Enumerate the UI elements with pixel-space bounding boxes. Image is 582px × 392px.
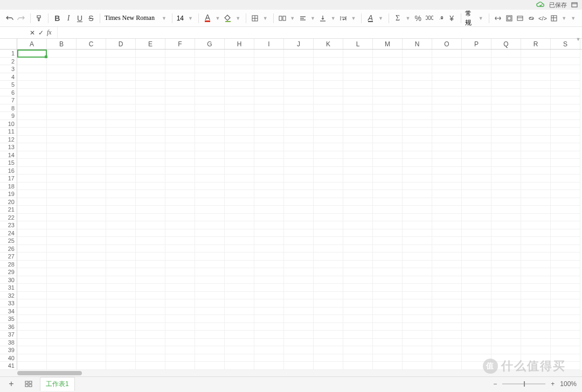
- cell[interactable]: [195, 307, 225, 316]
- cell[interactable]: [254, 65, 284, 73]
- cell[interactable]: [47, 292, 77, 300]
- cell[interactable]: [47, 136, 77, 144]
- cell[interactable]: [165, 167, 195, 175]
- redo-button[interactable]: [17, 12, 26, 24]
- cell[interactable]: [254, 104, 284, 113]
- cell[interactable]: [165, 323, 195, 331]
- cell[interactable]: [106, 229, 136, 237]
- cell[interactable]: [551, 339, 580, 347]
- cell[interactable]: [77, 307, 106, 316]
- cell[interactable]: [462, 245, 491, 253]
- cell[interactable]: [106, 221, 136, 229]
- cell[interactable]: [47, 307, 77, 316]
- chevron-down-icon[interactable]: ▼: [262, 16, 269, 21]
- cell[interactable]: [47, 214, 77, 222]
- cell[interactable]: [462, 292, 491, 300]
- chevron-down-icon[interactable]: ▼: [234, 16, 241, 21]
- cell[interactable]: [17, 214, 47, 222]
- cell[interactable]: [551, 229, 580, 237]
- sum-button[interactable]: Σ: [393, 12, 403, 24]
- cell[interactable]: [77, 136, 106, 144]
- cell[interactable]: [195, 96, 225, 104]
- italic-button[interactable]: I: [64, 12, 73, 24]
- cell[interactable]: [165, 120, 195, 128]
- cell[interactable]: [47, 128, 77, 136]
- cell[interactable]: [106, 65, 136, 73]
- merge-cells-button[interactable]: [278, 12, 287, 24]
- cell[interactable]: [373, 174, 403, 183]
- cell[interactable]: [373, 339, 403, 347]
- cell[interactable]: [77, 143, 106, 151]
- cell[interactable]: [225, 268, 254, 276]
- cell[interactable]: [17, 159, 47, 167]
- cell[interactable]: [136, 174, 165, 183]
- cell[interactable]: [521, 50, 551, 58]
- cell[interactable]: [373, 253, 403, 261]
- cell[interactable]: [432, 206, 462, 214]
- select-all-corner[interactable]: [0, 39, 17, 49]
- cell[interactable]: [225, 190, 254, 198]
- insert-image-button[interactable]: [504, 12, 514, 24]
- cell[interactable]: [136, 261, 165, 269]
- cell[interactable]: [343, 167, 373, 175]
- cell[interactable]: [195, 89, 225, 97]
- cell[interactable]: [314, 276, 343, 284]
- cell[interactable]: [165, 339, 195, 347]
- cell[interactable]: [343, 284, 373, 292]
- cell[interactable]: [254, 229, 284, 237]
- cell[interactable]: [225, 58, 254, 66]
- cell[interactable]: [254, 96, 284, 104]
- cell[interactable]: [403, 214, 432, 222]
- cell[interactable]: [462, 307, 491, 316]
- cell[interactable]: [106, 206, 136, 214]
- cell[interactable]: [491, 362, 521, 370]
- cell[interactable]: [343, 174, 373, 183]
- chevron-down-icon[interactable]: ▼: [350, 16, 357, 21]
- cell[interactable]: [136, 214, 165, 222]
- row-header[interactable]: 4: [0, 73, 17, 81]
- cell[interactable]: [343, 299, 373, 307]
- cell[interactable]: [462, 198, 491, 206]
- cell[interactable]: [403, 307, 432, 316]
- cell[interactable]: [254, 268, 284, 276]
- cell[interactable]: [432, 214, 462, 222]
- cell[interactable]: [106, 253, 136, 261]
- cell[interactable]: [136, 159, 165, 167]
- cell[interactable]: [106, 183, 136, 191]
- row-header[interactable]: 30: [0, 276, 17, 284]
- column-header[interactable]: O: [432, 39, 462, 49]
- cell[interactable]: [521, 206, 551, 214]
- cell[interactable]: [195, 339, 225, 347]
- cell[interactable]: [17, 307, 47, 316]
- cell[interactable]: [403, 206, 432, 214]
- cell[interactable]: [491, 245, 521, 253]
- cell[interactable]: [284, 299, 314, 307]
- cell[interactable]: [521, 143, 551, 151]
- cell[interactable]: [254, 346, 284, 354]
- cell[interactable]: [47, 253, 77, 261]
- cell[interactable]: [195, 198, 225, 206]
- cell[interactable]: [77, 128, 106, 136]
- cell[interactable]: [17, 120, 47, 128]
- cell[interactable]: [551, 136, 580, 144]
- cell[interactable]: [254, 190, 284, 198]
- cell[interactable]: [165, 112, 195, 120]
- cell[interactable]: [314, 136, 343, 144]
- cell[interactable]: [551, 331, 580, 339]
- cell[interactable]: [314, 221, 343, 229]
- cell[interactable]: [343, 245, 373, 253]
- cell[interactable]: [106, 299, 136, 307]
- cell[interactable]: [403, 65, 432, 73]
- cell[interactable]: [491, 120, 521, 128]
- cell[interactable]: [254, 284, 284, 292]
- cell[interactable]: [106, 167, 136, 175]
- row-header[interactable]: 5: [0, 81, 17, 89]
- cell[interactable]: [491, 65, 521, 73]
- cell[interactable]: [314, 229, 343, 237]
- cell[interactable]: [17, 292, 47, 300]
- row-header[interactable]: 40: [0, 354, 17, 362]
- cell[interactable]: [403, 167, 432, 175]
- cell[interactable]: [17, 229, 47, 237]
- row-header[interactable]: 22: [0, 214, 17, 222]
- cell[interactable]: [491, 167, 521, 175]
